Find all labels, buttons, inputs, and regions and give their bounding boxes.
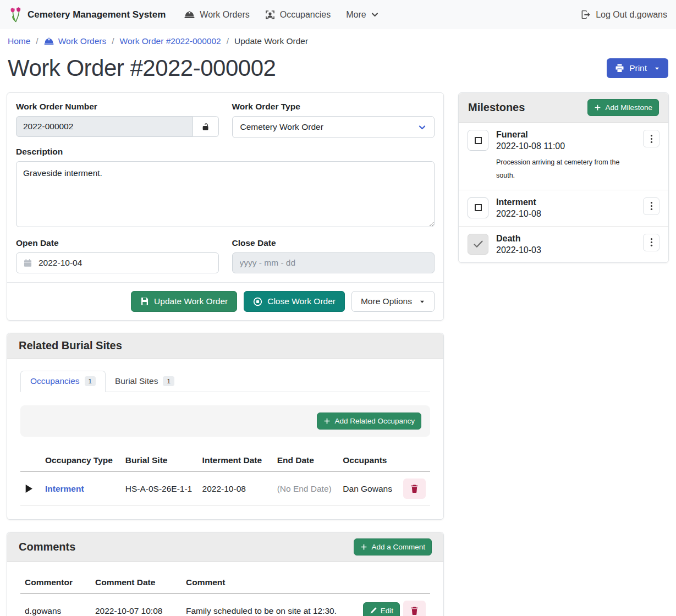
work-order-number-label: Work Order Number — [16, 102, 219, 112]
plus-icon — [323, 417, 331, 425]
milestone-checkbox-checked[interactable] — [468, 234, 488, 255]
comment-text-cell: Family scheduled to be on site at 12:30. — [182, 593, 359, 616]
milestone-item-interment: Interment 2022-10-08 — [459, 190, 668, 227]
hard-hat-icon — [44, 37, 54, 46]
nav-links: Work Orders Occupancies More — [177, 6, 386, 24]
add-milestone-button[interactable]: Add Milestone — [587, 99, 659, 116]
occupancies-count-badge: 1 — [85, 376, 96, 386]
breadcrumb-current: Update Work Order — [234, 36, 308, 46]
end-date-cell: (No End Date) — [273, 471, 339, 506]
col-burial-site: Burial Site — [121, 450, 198, 471]
pencil-icon — [370, 607, 377, 614]
milestone-checkbox[interactable] — [468, 197, 488, 218]
interment-date-cell: 2022-10-08 — [198, 471, 273, 506]
nav-item-work-orders[interactable]: Work Orders — [177, 6, 257, 24]
logout-link[interactable]: Log Out d.gowans — [581, 10, 667, 20]
open-date-field — [16, 252, 219, 273]
milestone-checkbox[interactable] — [468, 130, 488, 151]
breadcrumb-work-orders[interactable]: Work Orders — [44, 36, 107, 46]
milestone-menu-button[interactable] — [643, 234, 659, 251]
work-order-number-input[interactable] — [16, 116, 193, 137]
col-interment-date: Interment Date — [198, 450, 273, 471]
delete-comment-button[interactable] — [403, 601, 426, 616]
work-order-type-select[interactable]: Cemetery Work Order — [232, 116, 435, 138]
breadcrumb-separator: / — [36, 36, 38, 46]
nav-item-occupancies[interactable]: Occupancies — [257, 6, 339, 24]
app-brand[interactable]: Cemetery Management System — [9, 7, 166, 23]
burial-sites-count-badge: 1 — [163, 376, 174, 386]
milestone-description: Procession arriving at cemetery from the… — [496, 156, 628, 183]
play-icon — [25, 484, 33, 493]
kebab-icon — [650, 238, 653, 247]
tab-burial-sites[interactable]: Burial Sites 1 — [106, 371, 184, 392]
col-occupants: Occupants — [338, 450, 399, 471]
update-work-order-button[interactable]: Update Work Order — [131, 291, 237, 312]
occupancy-type-link[interactable]: Interment — [45, 484, 84, 493]
edit-comment-button[interactable]: Edit — [363, 602, 400, 616]
tulip-logo-icon — [9, 7, 23, 23]
nav-item-more[interactable]: More — [338, 6, 386, 24]
chevron-down-icon — [418, 124, 426, 131]
col-occupancy-type: Occupancy Type — [41, 450, 121, 471]
add-related-occupancy-button[interactable]: Add Related Occupancy — [317, 413, 421, 430]
print-button[interactable]: Print — [607, 58, 668, 78]
milestones-card: Milestones Add Milestone Funeral 2022-10… — [458, 92, 669, 263]
unlock-icon — [201, 122, 210, 131]
col-comment-date: Comment Date — [91, 572, 182, 593]
top-navbar: Cemetery Management System Work Orders O… — [0, 0, 676, 29]
delete-occupancy-button[interactable] — [403, 479, 426, 499]
checkbox-unchecked-icon — [475, 137, 482, 144]
occupancies-toolbar: Add Related Occupancy — [20, 405, 430, 437]
close-date-input[interactable] — [240, 258, 427, 268]
description-textarea[interactable]: Graveside interment. — [16, 161, 435, 227]
caret-down-icon — [419, 299, 425, 305]
breadcrumb-separator: / — [227, 36, 229, 46]
comment-row: d.gowans 2022-10-07 10:08 Family schedul… — [20, 593, 430, 616]
milestone-name: Death — [496, 234, 635, 244]
open-date-label: Open Date — [16, 238, 219, 248]
breadcrumb-separator: / — [112, 36, 114, 46]
chevron-down-icon — [371, 11, 378, 18]
milestone-menu-button[interactable] — [643, 197, 659, 215]
milestone-date: 2022-10-08 11:00 — [496, 141, 635, 151]
description-label: Description — [16, 147, 435, 157]
unlock-button[interactable] — [193, 116, 219, 137]
trash-icon — [410, 484, 419, 493]
breadcrumb-home[interactable]: Home — [8, 36, 30, 46]
milestone-name: Funeral — [496, 130, 635, 140]
close-date-field — [232, 252, 435, 273]
comments-card: Comments Add a Comment Commentor — [7, 532, 444, 616]
checkbox-unchecked-icon — [475, 204, 482, 211]
milestone-date: 2022-10-08 — [496, 209, 635, 219]
logout-icon — [581, 10, 591, 19]
kebab-icon — [650, 134, 653, 144]
add-comment-button[interactable]: Add a Comment — [354, 538, 432, 556]
plus-icon — [360, 543, 367, 551]
occupancies-table: Occupancy Type Burial Site Interment Dat… — [20, 450, 430, 506]
comment-date-cell: 2022-10-07 10:08 — [91, 593, 182, 616]
related-burial-sites-title: Related Burial Sites — [19, 339, 122, 352]
milestones-title: Milestones — [468, 101, 525, 114]
milestone-item-death: Death 2022-10-03 — [459, 227, 668, 262]
close-date-label: Close Date — [232, 238, 435, 248]
more-options-button[interactable]: More Options — [351, 291, 435, 312]
close-work-order-button[interactable]: Close Work Order — [244, 291, 345, 312]
work-order-form-card: Work Order Number — [7, 92, 444, 321]
expand-row-button[interactable] — [25, 484, 33, 493]
related-tabs: Occupancies 1 Burial Sites 1 — [20, 371, 430, 392]
milestone-item-funeral: Funeral 2022-10-08 11:00 Procession arri… — [459, 123, 668, 190]
save-icon — [140, 297, 149, 306]
person-bounding-box-icon — [265, 10, 275, 20]
check-icon — [474, 240, 483, 248]
caret-down-icon — [654, 65, 660, 72]
milestone-menu-button[interactable] — [643, 130, 659, 147]
calendar-icon — [24, 258, 32, 267]
related-burial-sites-card: Related Burial Sites Occupancies 1 Buria… — [7, 333, 444, 520]
milestone-date: 2022-10-03 — [496, 245, 635, 255]
open-date-input[interactable] — [39, 258, 211, 268]
occupancy-row: Interment HS-A-0S-26E-1-1 2022-10-08 (No… — [20, 471, 430, 506]
tab-occupancies[interactable]: Occupancies 1 — [20, 371, 106, 392]
kebab-icon — [650, 201, 653, 211]
breadcrumb-work-order-number[interactable]: Work Order #2022-000002 — [120, 36, 221, 46]
commentor-cell: d.gowans — [20, 593, 91, 616]
